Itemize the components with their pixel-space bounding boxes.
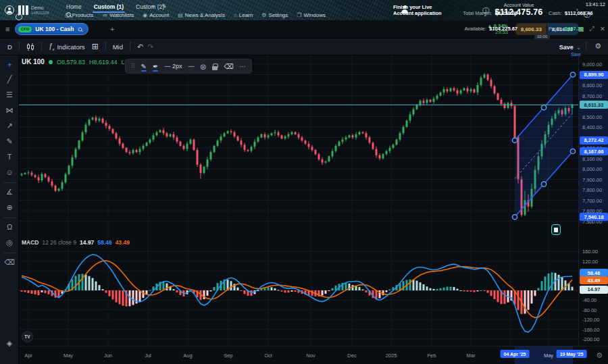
drawing-price-badge: 8,899.90 — [580, 71, 608, 79]
nav-tab-custom-2-[interactable]: Custom (2) — [134, 1, 166, 13]
save-button[interactable]: Save ⌄ Save — [559, 40, 581, 57]
save-status: Save — [559, 52, 581, 57]
remove-drawings-button[interactable]: ⌫ — [0, 258, 19, 267]
text-tool[interactable]: T — [0, 153, 19, 161]
price-tick: 7,800.00 — [579, 187, 608, 193]
drawing-price-badge: 7,540.18 — [580, 213, 608, 221]
nav-tab-custom-1-[interactable]: Custom (1) — [93, 1, 125, 13]
time-tick: Oct — [264, 353, 272, 359]
position-marker-badge[interactable] — [551, 224, 561, 235]
sell-price-button[interactable]: 8,606.33 — [516, 24, 547, 34]
line-width-button[interactable]: — 2px — [164, 63, 182, 70]
expand-account-chevron[interactable]: › — [576, 7, 578, 13]
time-axis-settings-gear-icon[interactable]: ⚙ — [596, 351, 603, 360]
chart-settings-gear-icon[interactable]: ⚙ — [594, 42, 601, 51]
zoom-in-tool[interactable]: ⊕ — [0, 203, 19, 212]
user-avatar-icon[interactable] — [5, 5, 14, 15]
drag-handle[interactable]: ⠿ — [131, 63, 135, 70]
undo-button[interactable]: ↶ — [135, 43, 145, 51]
menu-windows-icon: ❐ — [297, 12, 301, 18]
add-layout-button[interactable]: + — [151, 3, 155, 10]
objects-tree-button[interactable]: ◈ — [0, 339, 19, 348]
measure-tool[interactable]: ∡ — [0, 188, 19, 197]
available-label: Available: — [464, 26, 486, 32]
macd-chart[interactable] — [19, 238, 578, 346]
time-tick: May — [64, 353, 73, 359]
tab-search-icon[interactable] — [78, 27, 82, 31]
macd-title[interactable]: MACD — [22, 239, 39, 246]
chart-area: ＋╱☰⋈↗✎T☺∡⊕Ω◎⌫◈ UK 100 O8,579.83 H8,619.4… — [0, 55, 608, 364]
time-tick: Mar — [467, 353, 476, 359]
account-value-block: Account Value $112,475.76 — [492, 3, 546, 17]
price-chart[interactable] — [19, 55, 578, 238]
chart-toolbar: D ƒx Indicators ⊞ Mid ↶ ↷ Save ⌄ Save ⚙ — [0, 38, 608, 55]
add-chart-tab-button[interactable]: + — [110, 25, 114, 33]
clock: 13:41:12 — [586, 1, 605, 7]
menu-learn-label: Learn — [239, 12, 253, 18]
drawing-tools-rail: ＋╱☰⋈↗✎T☺∡⊕Ω◎⌫◈ — [0, 55, 19, 364]
nav-tab-home[interactable]: Home — [65, 1, 83, 13]
emoji-tool[interactable]: ☺ — [0, 168, 19, 176]
trendline-tool[interactable]: ╱ — [0, 75, 19, 84]
macd-legend: MACD 12 26 close 9 14.97 58.46 43.49 — [22, 239, 130, 246]
forecast-tool[interactable]: ↗ — [0, 122, 19, 130]
macd-tick: -80.00 — [579, 307, 608, 313]
secondary-nav: ◫Products≔Watchlists◉Account▤News & Anal… — [65, 12, 326, 18]
crosshair-tool[interactable]: ＋ — [0, 59, 19, 70]
time-tick: Sep — [224, 353, 232, 359]
price-tick: 7,900.00 — [579, 177, 608, 183]
menu-learn[interactable]: ⌂Learn — [234, 12, 253, 18]
account-info-icon[interactable]: ⓘ — [482, 6, 489, 16]
pattern-tool[interactable]: ⋈ — [0, 106, 19, 115]
profit-label: Profit: — [549, 26, 562, 32]
line-style-button[interactable]: — — [188, 63, 194, 70]
menu-watchlists[interactable]: ≔Watchlists — [102, 12, 134, 18]
menu-news-analysis[interactable]: ▤News & Analysis — [178, 12, 225, 18]
price-tick: 8,700.00 — [579, 93, 608, 99]
fib-retracement-tool[interactable]: ☰ — [0, 90, 19, 99]
timeframe-button[interactable]: D — [5, 43, 14, 51]
save-caret-icon[interactable]: ⌄ — [576, 45, 581, 51]
lock-drawing-icon[interactable] — [212, 66, 218, 70]
price-axis[interactable]: 9,000.008,900.008,800.008,700.008,500.00… — [578, 55, 608, 364]
chart-style-button[interactable] — [24, 43, 36, 51]
menu-settings[interactable]: ⚙Settings — [261, 12, 288, 18]
more-options-icon[interactable]: ⋯ — [239, 63, 246, 70]
menu-windows[interactable]: ❐Windows — [297, 12, 326, 18]
account-id: 14822228 — [31, 11, 49, 16]
macd-tick: -160.00 — [579, 327, 608, 333]
mid-price-toggle[interactable]: Mid — [111, 43, 125, 51]
logout-power-icon[interactable] — [16, 14, 22, 20]
fill-color-button[interactable]: ✒ — [153, 63, 158, 70]
time-tick: Jun — [104, 353, 112, 359]
platform-info-icon[interactable]: ⓘ — [584, 10, 590, 20]
time-axis[interactable]: AprMayJunJulAugSepOctNovDec2025FebMarMay… — [0, 346, 608, 364]
line-color-button[interactable]: ✎ — [141, 63, 147, 70]
time-tick: Jul — [145, 353, 151, 359]
symbol-name[interactable]: UK 100 — [22, 58, 45, 66]
brush-tool[interactable]: ✎ — [0, 137, 19, 146]
redo-button[interactable]: ↷ — [145, 43, 155, 51]
menu-account[interactable]: ◉Account — [143, 12, 169, 18]
delete-drawing-icon[interactable]: ⌫ — [224, 63, 233, 70]
menu-news-analysis-label: News & Analysis — [185, 12, 225, 18]
close-chart-icon[interactable]: ✕ — [600, 25, 605, 33]
template-target-icon[interactable]: ◎ — [200, 63, 206, 70]
indicators-button[interactable]: ƒx Indicators — [47, 43, 87, 51]
live-account-banner[interactable]: Finish your Live Account application — [393, 4, 442, 17]
drawing-price-badge: 8,167.66 — [580, 147, 608, 155]
menu-products-icon: ◫ — [65, 12, 70, 18]
tab-uk100-cash[interactable]: CFD UK 100 - Cash — [15, 23, 88, 35]
time-tick: 2025 — [386, 353, 397, 359]
tab-menu-icon[interactable]: ≡ — [5, 25, 9, 33]
tradingview-logo[interactable]: TV — [22, 331, 33, 342]
macd-params: 12 26 close 9 — [43, 239, 77, 246]
trading-platform-window: Demo 14822228 HomeCustom (1)Custom (2) +… — [0, 0, 608, 364]
time-tick: Apr — [24, 353, 32, 359]
edit-layout-icon[interactable]: ✎ — [162, 3, 167, 9]
hide-drawings-button[interactable]: ◎ — [0, 238, 19, 247]
layout-grid-icon[interactable]: ⊞ — [90, 42, 101, 51]
macd-tick: 160.00 — [579, 249, 608, 255]
menu-products[interactable]: ◫Products — [65, 12, 93, 18]
magnet-tool[interactable]: Ω — [0, 223, 19, 231]
